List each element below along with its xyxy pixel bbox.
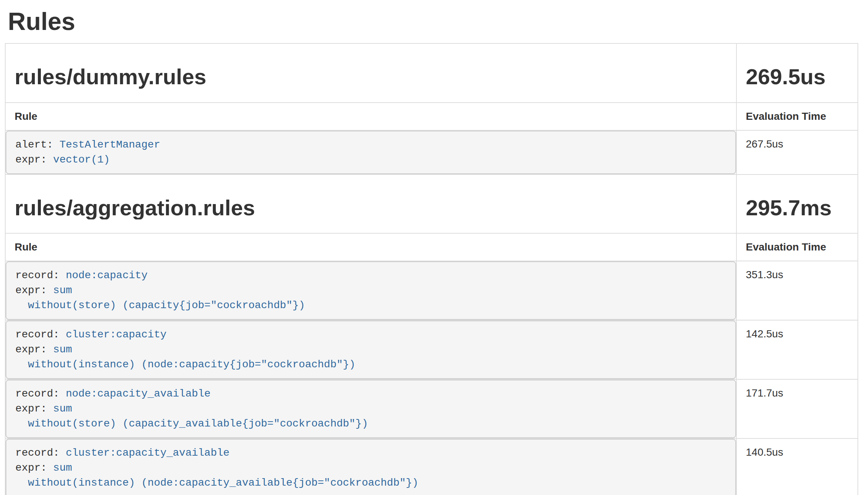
rule-group-evaluation-time-cell: 269.5us	[736, 43, 858, 103]
rule-group-file-cell: rules/dummy.rules	[5, 43, 736, 103]
rules-page: Rules rules/dummy.rules269.5usRuleEvalua…	[0, 7, 868, 495]
column-header-row: RuleEvaluation Time	[5, 233, 858, 261]
rule-column-header: Rule	[5, 233, 736, 261]
rule-cell: record: node:capacityexpr: sum without(s…	[5, 261, 736, 320]
rule-code-line: record: cluster:capacity	[15, 327, 726, 342]
rule-column-header: Rule	[5, 103, 736, 130]
rule-row: record: cluster:capacity_availableexpr: …	[5, 438, 858, 495]
rule-code-line: without(instance) (node:capacity{job="co…	[15, 357, 726, 372]
rule-code-line: record: cluster:capacity_available	[15, 446, 726, 461]
rule-evaluation-time: 140.5us	[736, 438, 858, 495]
rule-definition: record: cluster:capacity_availableexpr: …	[6, 439, 736, 495]
rule-code-key: expr:	[15, 403, 53, 414]
rule-definition: record: cluster:capacityexpr: sum withou…	[6, 321, 736, 379]
rule-name-link[interactable]: node:capacity	[66, 270, 147, 281]
rule-group-title: rules/dummy.rules	[15, 65, 727, 89]
rule-code-line: without(instance) (node:capacity_availab…	[15, 476, 726, 491]
rule-name-link[interactable]: TestAlertManager	[60, 139, 160, 151]
rule-code-key: expr:	[15, 285, 53, 296]
rule-expression-link[interactable]: without(store) (capacity{job="cockroachd…	[15, 300, 305, 311]
rules-table: rules/dummy.rules269.5usRuleEvaluation T…	[5, 43, 858, 495]
rule-name-link[interactable]: node:capacity_available	[66, 388, 210, 400]
rule-code-line: record: node:capacity	[15, 268, 726, 283]
rule-expression-link[interactable]: without(store) (capacity_available{job="…	[15, 418, 368, 429]
rule-evaluation-time: 351.3us	[736, 261, 858, 320]
rule-code-line: expr: sum	[15, 342, 726, 357]
rule-code-key: record:	[15, 447, 66, 459]
rule-expression-link[interactable]: sum	[53, 462, 72, 474]
rule-expression-link[interactable]: without(instance) (node:capacity{job="co…	[15, 359, 355, 370]
rule-group-file-cell: rules/aggregation.rules	[5, 174, 736, 234]
rule-group-evaluation-time-cell: 295.7ms	[736, 174, 858, 234]
rule-group-title: rules/aggregation.rules	[15, 196, 727, 220]
rule-code-line: expr: sum	[15, 461, 726, 476]
rule-code-line: expr: vector(1)	[15, 152, 726, 167]
rule-code-line: expr: sum	[15, 401, 726, 416]
rule-cell: record: cluster:capacity_availableexpr: …	[5, 438, 736, 495]
rule-code-line: without(store) (capacity_available{job="…	[15, 416, 726, 431]
rule-definition: alert: TestAlertManagerexpr: vector(1)	[6, 131, 736, 174]
rule-code-key: record:	[15, 388, 66, 400]
rule-code-key: expr:	[15, 344, 53, 355]
rule-code-key: expr:	[15, 154, 53, 165]
rule-group-evaluation-time: 269.5us	[746, 65, 849, 89]
rule-group-evaluation-time: 295.7ms	[746, 196, 849, 220]
rule-row: record: node:capacity_availableexpr: sum…	[5, 379, 858, 438]
rule-cell: record: node:capacity_availableexpr: sum…	[5, 379, 736, 438]
column-header-row: RuleEvaluation Time	[5, 103, 858, 130]
rule-definition: record: node:capacityexpr: sum without(s…	[6, 261, 736, 320]
rule-group-header-row: rules/aggregation.rules295.7ms	[5, 174, 858, 234]
rule-expression-link[interactable]: vector(1)	[53, 154, 110, 165]
rule-code-line: expr: sum	[15, 283, 726, 298]
evaluation-time-column-header: Evaluation Time	[736, 103, 858, 130]
rule-expression-link[interactable]: sum	[53, 285, 72, 296]
rule-expression-link[interactable]: without(instance) (node:capacity_availab…	[15, 477, 418, 489]
rule-row: alert: TestAlertManagerexpr: vector(1)26…	[5, 130, 858, 174]
rule-code-key: alert:	[15, 139, 60, 151]
rule-evaluation-time: 142.5us	[736, 320, 858, 379]
rules-table-body: rules/dummy.rules269.5usRuleEvaluation T…	[5, 43, 858, 495]
rule-code-key: record:	[15, 270, 66, 281]
rule-cell: alert: TestAlertManagerexpr: vector(1)	[5, 130, 736, 174]
rule-code-key: record:	[15, 329, 66, 340]
rule-code-line: without(store) (capacity{job="cockroachd…	[15, 298, 726, 313]
rule-expression-link[interactable]: sum	[53, 403, 72, 414]
rule-cell: record: cluster:capacityexpr: sum withou…	[5, 320, 736, 379]
rule-expression-link[interactable]: sum	[53, 344, 72, 355]
rule-code-key: expr:	[15, 462, 53, 474]
evaluation-time-column-header: Evaluation Time	[736, 233, 858, 261]
rule-evaluation-time: 171.7us	[736, 379, 858, 438]
rule-name-link[interactable]: cluster:capacity	[66, 329, 166, 340]
rule-evaluation-time: 267.5us	[736, 130, 858, 174]
rule-row: record: cluster:capacityexpr: sum withou…	[5, 320, 858, 379]
rule-code-line: record: node:capacity_available	[15, 386, 726, 401]
rule-group-header-row: rules/dummy.rules269.5us	[5, 43, 858, 103]
rule-code-line: alert: TestAlertManager	[15, 137, 726, 152]
rule-definition: record: node:capacity_availableexpr: sum…	[6, 380, 736, 438]
page-title: Rules	[8, 7, 858, 36]
rule-row: record: node:capacityexpr: sum without(s…	[5, 261, 858, 320]
rule-name-link[interactable]: cluster:capacity_available	[66, 447, 229, 459]
